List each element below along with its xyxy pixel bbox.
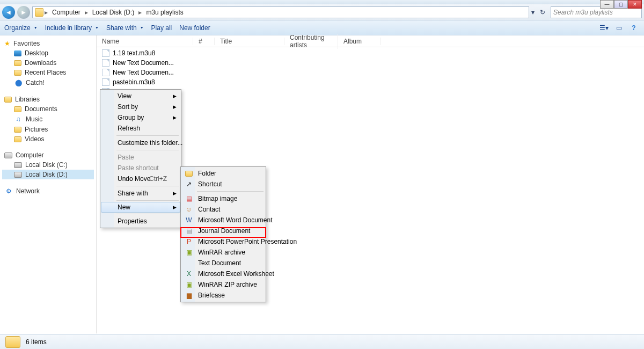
computer-icon <box>4 152 12 158</box>
sidebar-documents[interactable]: Documents <box>2 104 94 114</box>
file-icon <box>102 59 109 67</box>
column-album[interactable]: Album <box>338 38 381 45</box>
new-word-document[interactable]: WMicrosoft Word Document <box>182 215 265 226</box>
new-text-document[interactable]: Text Document <box>182 258 265 268</box>
new-winrar-zip[interactable]: ▣WinRAR ZIP archive <box>182 279 265 290</box>
menu-share-with[interactable]: Share with▶ <box>101 188 180 199</box>
crumb-disk-d[interactable]: Local Disk (D:) <box>89 9 138 16</box>
organize-button[interactable]: Organize <box>4 24 38 32</box>
help-button[interactable]: ? <box>628 23 640 33</box>
maximize-button[interactable]: ▢ <box>614 0 628 9</box>
preview-pane-button[interactable]: ▭ <box>613 23 625 33</box>
menu-label: WinRAR ZIP archive <box>198 281 257 288</box>
file-row[interactable]: 1.19 text.m3u8 <box>97 48 644 58</box>
menu-label: Undo Move <box>118 175 150 183</box>
sidebar-recent-places[interactable]: Recent Places <box>2 68 94 77</box>
back-button[interactable]: ◄ <box>2 6 15 19</box>
column-title[interactable]: Title <box>215 38 284 45</box>
menu-label: New <box>118 203 130 211</box>
new-journal-document[interactable]: ▤Journal Document <box>182 226 265 236</box>
sidebar-pictures[interactable]: Pictures <box>2 125 94 134</box>
menu-refresh[interactable]: Refresh <box>101 123 180 134</box>
column-number[interactable]: # <box>193 38 215 45</box>
sidebar-downloads[interactable]: Downloads <box>2 58 94 68</box>
crumb-current-folder[interactable]: m3u playlists <box>143 9 186 16</box>
new-powerpoint[interactable]: PMicrosoft PowerPoint Presentation <box>182 236 265 247</box>
sidebar-computer[interactable]: Computer <box>2 150 94 160</box>
menu-properties[interactable]: Properties <box>101 216 180 227</box>
text-file-icon <box>185 259 193 267</box>
chevron-right-icon: ▶ <box>173 115 177 120</box>
word-icon: W <box>185 216 193 224</box>
new-excel-worksheet[interactable]: XMicrosoft Excel Worksheet <box>182 268 265 279</box>
menu-new[interactable]: New▶ <box>101 202 180 213</box>
new-briefcase[interactable]: ▆Briefcase <box>182 290 265 301</box>
sidebar-label: Downloads <box>25 59 56 67</box>
sidebar-videos[interactable]: Videos <box>2 134 94 144</box>
sidebar-desktop[interactable]: Desktop <box>2 48 94 58</box>
sidebar-network[interactable]: ⚙Network <box>2 186 94 197</box>
minimize-button[interactable]: — <box>600 0 614 9</box>
menu-label: Share with <box>118 190 148 197</box>
chevron-right-icon: ▸ <box>85 9 88 16</box>
file-pane[interactable]: Name # Title Contributing artists Album … <box>97 35 644 333</box>
new-contact[interactable]: ☺Contact <box>182 204 265 215</box>
menu-label: Properties <box>118 217 147 225</box>
breadcrumb[interactable]: ▸ Computer ▸ Local Disk (D:) ▸ m3u playl… <box>32 6 529 18</box>
menu-label: View <box>118 92 131 100</box>
briefcase-icon: ▆ <box>185 291 193 300</box>
menu-customize-folder[interactable]: Customize this folder... <box>101 137 180 148</box>
forward-button[interactable]: ► <box>17 6 30 19</box>
menu-label: Sort by <box>118 103 138 111</box>
file-row[interactable]: pastebin.m3u8 <box>97 77 644 87</box>
sidebar-libraries[interactable]: Libraries <box>2 94 94 104</box>
menu-label: Text Document <box>198 259 241 267</box>
include-in-library-button[interactable]: Include in library <box>45 24 99 32</box>
pictures-icon <box>14 127 21 133</box>
view-options-button[interactable]: ☰▾ <box>598 23 610 33</box>
menu-label: Paste <box>118 154 134 161</box>
search-placeholder: Search m3u playlists <box>553 9 613 16</box>
close-button[interactable]: ✕ <box>628 0 642 9</box>
menu-label: Microsoft PowerPoint Presentation <box>198 238 297 245</box>
file-row[interactable]: New Text Documen... <box>97 58 644 68</box>
menu-paste-shortcut: Paste shortcut <box>101 163 180 173</box>
new-submenu: Folder ↗Shortcut ▤Bitmap image ☺Contact … <box>180 166 266 302</box>
sidebar-disk-d[interactable]: Local Disk (D:) <box>2 170 94 179</box>
new-folder-button[interactable]: New folder <box>179 24 210 32</box>
main-area: ★Favorites Desktop Downloads Recent Plac… <box>0 35 644 333</box>
music-icon: ♫ <box>14 115 23 123</box>
folder-icon <box>5 336 20 348</box>
powerpoint-icon: P <box>185 237 193 246</box>
bitmap-icon: ▤ <box>185 194 193 203</box>
file-icon <box>102 49 109 57</box>
sidebar-label: Computer <box>16 151 44 159</box>
breadcrumb-dropdown[interactable]: ▾ <box>531 9 535 16</box>
crumb-computer[interactable]: Computer <box>49 9 84 16</box>
folder-icon <box>14 70 21 76</box>
chevron-right-icon: ▶ <box>173 205 177 210</box>
share-with-button[interactable]: Share with <box>106 24 144 32</box>
sidebar-catch[interactable]: ⬤Catch! <box>2 77 94 88</box>
column-contributing-artists[interactable]: Contributing artists <box>284 34 338 49</box>
sidebar-label: Catch! <box>26 79 45 86</box>
sidebar-disk-c[interactable]: Local Disk (C:) <box>2 160 94 170</box>
new-shortcut[interactable]: ↗Shortcut <box>182 179 265 190</box>
menu-undo-move[interactable]: Undo MoveCtrl+Z <box>101 173 180 184</box>
new-folder[interactable]: Folder <box>182 168 265 179</box>
journal-icon: ▤ <box>185 227 193 235</box>
new-winrar-archive[interactable]: ▣WinRAR archive <box>182 247 265 258</box>
refresh-button[interactable]: ↻ <box>537 9 548 16</box>
menu-group-by[interactable]: Group by▶ <box>101 112 180 123</box>
column-name[interactable]: Name <box>97 38 193 45</box>
sidebar-music[interactable]: ♫Music <box>2 114 94 125</box>
menu-sort-by[interactable]: Sort by▶ <box>101 101 180 112</box>
zip-icon: ▣ <box>185 280 193 289</box>
new-bitmap[interactable]: ▤Bitmap image <box>182 193 265 204</box>
sidebar-favorites[interactable]: ★Favorites <box>2 39 94 48</box>
file-row[interactable]: New Text Documen... <box>97 68 644 77</box>
chevron-right-icon: ▶ <box>173 191 177 196</box>
play-all-button[interactable]: Play all <box>151 24 172 32</box>
chevron-right-icon: ▶ <box>173 104 177 110</box>
menu-view[interactable]: View▶ <box>101 91 180 101</box>
